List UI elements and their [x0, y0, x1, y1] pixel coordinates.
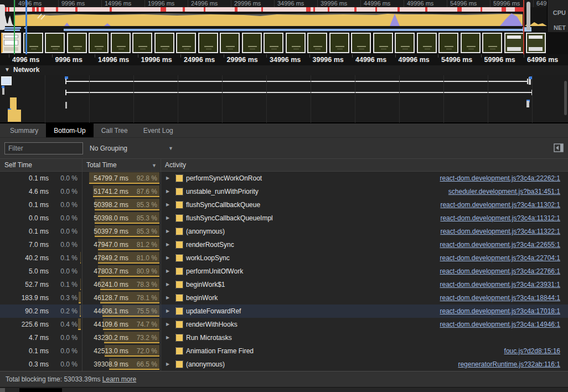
table-row[interactable]: 52.7 ms0.1 %46241.0 ms78.3 %▶beginWork$1…	[0, 278, 568, 291]
table-row[interactable]: 90.2 ms0.2 %44606.1 ms75.5 %▶updateForwa…	[0, 305, 568, 318]
table-row[interactable]: 4.6 ms0.0 %51741.2 ms87.6 %▶unstable_run…	[0, 185, 568, 198]
source-location-link[interactable]: react-dom.development.js?3c4a:11312:1	[440, 214, 560, 222]
expand-arrow-icon[interactable]: ▶	[166, 242, 172, 247]
screenshot-filmstrip[interactable]	[0, 32, 568, 54]
network-request-line-long[interactable]	[65, 92, 533, 93]
filmstrip-thumbnail[interactable]	[176, 33, 196, 53]
tab-call-tree[interactable]: Call Tree	[94, 123, 136, 137]
filmstrip-thumbnail[interactable]	[132, 33, 152, 53]
tab-summary[interactable]: Summary	[2, 123, 46, 137]
cpu-overview-chart[interactable]	[0, 12, 547, 26]
sort-descending-icon: ▼	[152, 163, 157, 168]
source-location-link[interactable]: react-dom.development.js?3c4a:18844:1	[440, 294, 560, 302]
source-location-link[interactable]: react-dom.development.js?3c4a:22766:1	[440, 267, 560, 275]
ruler-tick	[15, 0, 16, 7]
filmstrip-thumbnail[interactable]	[329, 33, 349, 53]
source-location-link[interactable]: fouc.js?d2d8:15:16	[504, 347, 560, 355]
filmstrip-thumbnail[interactable]	[264, 33, 283, 53]
source-location-link[interactable]: react-dom.development.js?3c4a:17018:1	[440, 307, 560, 315]
network-request-bar[interactable]	[2, 88, 4, 95]
overview-left-drag-handle[interactable]	[0, 4, 5, 30]
network-request-line-long[interactable]	[65, 81, 528, 82]
table-row[interactable]: 40.2 ms0.1 %47849.2 ms81.0 %▶workLoopSyn…	[0, 251, 568, 265]
tab-bottom-up[interactable]: Bottom-Up	[46, 123, 93, 137]
table-row[interactable]: 183.9 ms0.3 %46128.7 ms78.1 %▶beginWorkr…	[0, 291, 568, 305]
timeline-overview[interactable]: 4996 ms9996 ms14996 ms19996 ms24996 ms29…	[0, 0, 568, 32]
expand-arrow-icon[interactable]: ▶	[166, 282, 172, 287]
column-divider[interactable]	[161, 158, 161, 371]
network-request-bar-yellow[interactable]	[8, 110, 21, 122]
filmstrip-thumbnail[interactable]	[198, 33, 218, 53]
filmstrip-thumbnail[interactable]	[89, 33, 109, 53]
source-location-link[interactable]: react-dom.development.js?3c4a:23931:1	[440, 281, 560, 288]
filmstrip-thumbnail[interactable]	[526, 33, 546, 53]
filmstrip-thumbnail[interactable]	[417, 33, 437, 53]
filmstrip-thumbnail[interactable]	[373, 33, 393, 53]
table-row[interactable]: 0.3 ms0.0 %39308.9 ms66.5 %▶(anonymous)r…	[0, 358, 568, 371]
expand-arrow-icon[interactable]: ▶	[166, 362, 172, 367]
filmstrip-thumbnail[interactable]	[154, 33, 174, 53]
column-header-total-time[interactable]: Total Time	[86, 161, 117, 169]
expand-arrow-icon[interactable]: ▶	[166, 335, 172, 340]
expand-arrow-icon[interactable]: ▶	[166, 269, 172, 274]
filmstrip-thumbnail[interactable]	[482, 33, 502, 53]
table-row[interactable]: 225.6 ms0.4 %44109.6 ms74.7 %▶renderWith…	[0, 318, 568, 331]
overview-scrollbar-thumb[interactable]	[526, 2, 530, 30]
source-location-link[interactable]: regeneratorRuntime.js?32ab:116:1	[458, 360, 560, 368]
filmstrip-thumbnail[interactable]	[395, 33, 415, 53]
filmstrip-thumbnail[interactable]	[220, 33, 240, 53]
column-divider[interactable]	[82, 158, 82, 371]
source-location-link[interactable]: react-dom.development.js?3c4a:11322:1	[440, 228, 560, 235]
table-row[interactable]: 4.7 ms0.0 %43230.2 ms73.2 %▶Run Microtas…	[0, 331, 568, 344]
column-header-self-time[interactable]: Self Time	[4, 161, 32, 169]
expand-arrow-icon[interactable]: ▶	[166, 189, 172, 194]
expand-arrow-icon[interactable]: ▶	[166, 322, 172, 327]
filmstrip-thumbnail[interactable]	[438, 33, 458, 53]
table-row[interactable]: 0.1 ms0.0 %50397.9 ms85.3 %▶(anonymous)r…	[0, 225, 568, 238]
filmstrip-thumbnail[interactable]	[504, 33, 524, 53]
source-location-link[interactable]: react-dom.development.js?3c4a:22655:1	[440, 241, 560, 249]
expand-arrow-icon[interactable]: ▶	[166, 215, 172, 220]
ruler-tick	[352, 54, 353, 58]
expand-arrow-icon[interactable]: ▶	[166, 255, 172, 260]
filmstrip-thumbnail[interactable]	[67, 33, 87, 53]
show-details-pane-button[interactable]	[554, 143, 564, 152]
network-request-selected[interactable]	[1, 76, 12, 85]
table-row[interactable]: 5.0 ms0.0 %47803.7 ms80.9 %▶performUnitO…	[0, 265, 568, 278]
source-location-link[interactable]: react-dom.development.js?3c4a:14946:1	[440, 321, 560, 328]
network-waterfall[interactable]	[0, 75, 568, 123]
filmstrip-thumbnail[interactable]	[286, 33, 306, 53]
ruler-tick	[447, 0, 447, 7]
filmstrip-thumbnail[interactable]	[111, 33, 131, 53]
filmstrip-thumbnail[interactable]	[45, 33, 65, 53]
filmstrip-thumbnail[interactable]	[461, 33, 481, 53]
source-location-link[interactable]: scheduler.development.js?ba31:451:1	[448, 188, 560, 195]
table-row[interactable]: 0.1 ms0.0 %54799.7 ms92.8 %▶performSyncW…	[0, 172, 568, 185]
network-scrollbar-thumb[interactable]	[564, 81, 567, 115]
network-section-header[interactable]: ▼ Network	[0, 65, 568, 75]
expand-arrow-icon[interactable]: ▶	[166, 202, 172, 207]
source-location-link[interactable]: react-dom.development.js?3c4a:11302:1	[440, 201, 560, 209]
learn-more-link[interactable]: Learn more	[102, 375, 136, 383]
table-row[interactable]: 0.1 ms0.0 %42513.0 ms72.0 %Animation Fra…	[0, 344, 568, 358]
source-location-link[interactable]: react-dom.development.js?3c4a:22262:1	[440, 174, 560, 182]
grouping-select[interactable]: No Grouping ▼	[90, 142, 178, 154]
column-header-activity[interactable]: Activity	[165, 161, 186, 169]
filmstrip-thumbnail[interactable]	[1, 33, 21, 53]
self-time-percent: 0.2 %	[60, 307, 78, 315]
network-request-bar[interactable]	[65, 102, 67, 109]
table-row[interactable]: 0.0 ms0.0 %50398.0 ms85.3 %▶flushSyncCal…	[0, 212, 568, 225]
expand-arrow-icon[interactable]: ▶	[166, 176, 172, 180]
table-row[interactable]: 0.1 ms0.0 %50398.2 ms85.3 %▶flushSyncCal…	[0, 198, 568, 212]
filmstrip-thumbnail[interactable]	[242, 33, 262, 53]
tab-event-log[interactable]: Event Log	[136, 123, 181, 137]
source-location-link[interactable]: react-dom.development.js?3c4a:22704:1	[440, 254, 560, 262]
expand-arrow-icon[interactable]: ▶	[166, 308, 172, 313]
filmstrip-thumbnail[interactable]	[351, 33, 371, 53]
expand-arrow-icon[interactable]: ▶	[166, 295, 172, 300]
expand-arrow-icon[interactable]: ▶	[166, 229, 172, 234]
filter-input[interactable]	[4, 142, 83, 154]
collapse-triangle-icon[interactable]: ▼	[4, 66, 10, 73]
filmstrip-thumbnail[interactable]	[307, 33, 327, 53]
table-row[interactable]: 7.0 ms0.0 %47947.0 ms81.2 %▶renderRootSy…	[0, 238, 568, 251]
